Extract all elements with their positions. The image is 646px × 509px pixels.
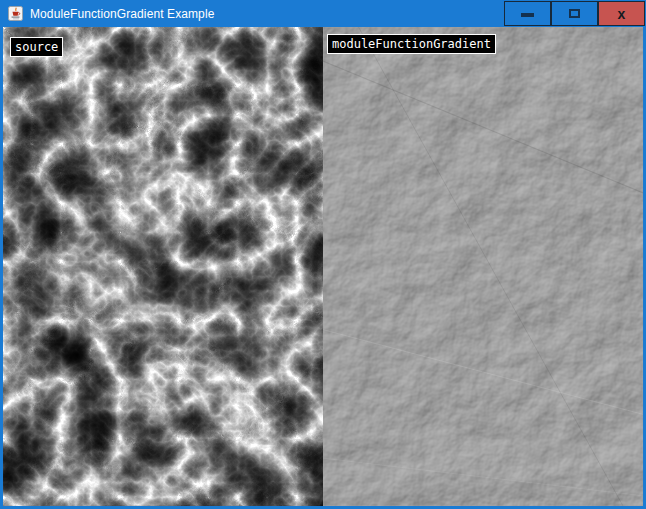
gradient-label: moduleFunctionGradient [327,34,496,54]
java-app-icon [8,6,23,21]
close-button[interactable]: x [598,1,645,26]
source-noise-image [3,27,323,506]
minimize-icon [521,13,534,17]
maximize-icon [569,9,580,18]
gradient-noise-image [323,27,643,506]
source-label: source [10,37,63,57]
app-window: ModuleFunctionGradient Example x [0,0,646,509]
window-controls: x [504,0,645,27]
panel-gradient: moduleFunctionGradient [323,27,643,506]
window-title: ModuleFunctionGradient Example [30,7,214,21]
titlebar[interactable]: ModuleFunctionGradient Example x [0,0,646,27]
maximize-button[interactable] [551,1,598,26]
panel-source: source [3,27,323,506]
minimize-button[interactable] [504,1,551,26]
content-area: source [0,27,646,509]
close-icon: x [618,7,626,21]
